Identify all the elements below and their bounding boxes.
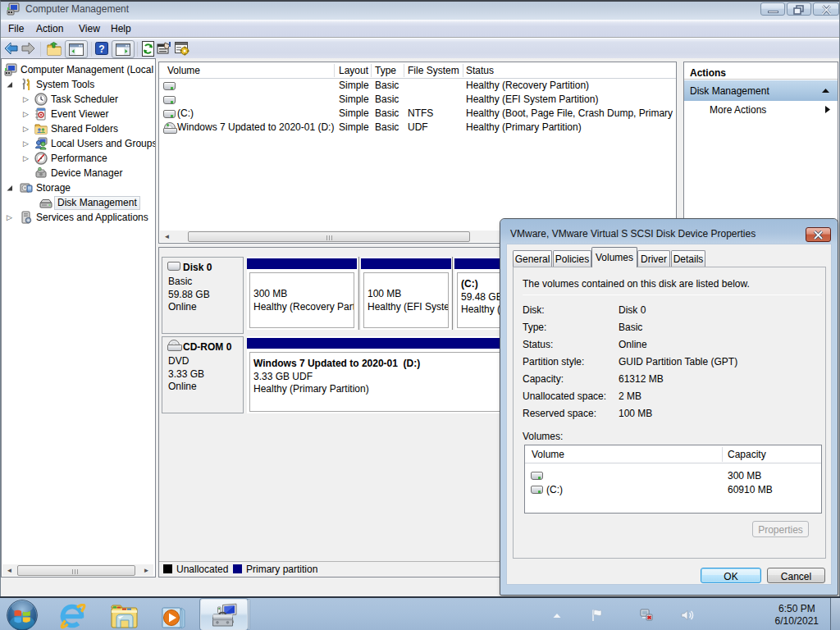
svg-text:?: ?	[98, 43, 104, 55]
